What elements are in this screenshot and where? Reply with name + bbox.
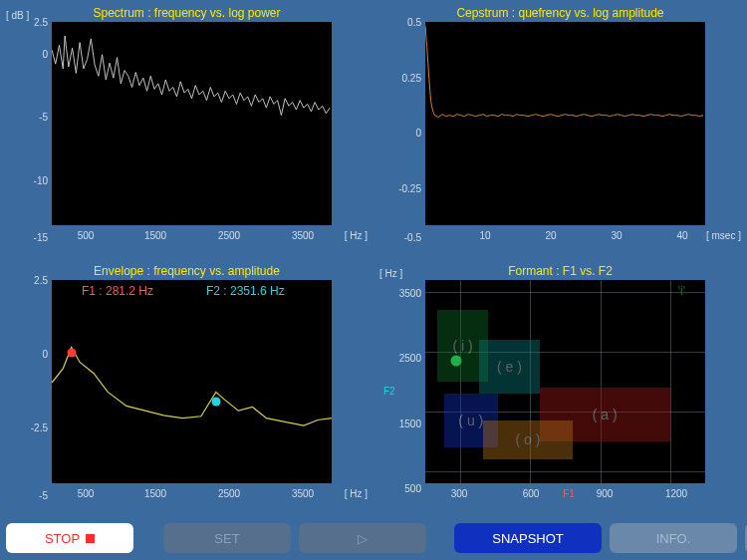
vowel-o-region: ( o ) <box>483 420 572 459</box>
ytick: 0 <box>10 48 48 59</box>
envelope-panel: Envelope : frequency vs. amplitude F1 : … <box>0 258 374 516</box>
xtick: 2500 <box>218 230 240 241</box>
ytick: 0 <box>10 348 48 359</box>
xtick: 1500 <box>144 488 166 499</box>
stop-button[interactable]: STOP <box>6 523 133 553</box>
cepstrum-title: Cepstrum : quefrency vs. log amplitude <box>379 0 741 22</box>
xtick: 500 <box>78 230 95 241</box>
xtick: 300 <box>451 488 468 499</box>
xtick: 3500 <box>292 230 314 241</box>
stop-icon <box>86 534 95 543</box>
f2-axis-label: F2 <box>383 386 395 397</box>
xtick: 500 <box>78 488 95 499</box>
xtick: 600 <box>523 488 540 499</box>
ytick: 2500 <box>383 353 421 364</box>
ytick: -0.5 <box>383 232 421 243</box>
f1-marker <box>67 349 76 358</box>
formant-ylabel: [ Hz ] <box>379 268 402 279</box>
info-button[interactable]: INFO. <box>610 523 737 553</box>
ytick: -5 <box>10 490 48 501</box>
formant-current-point <box>450 355 461 366</box>
xtick: 1200 <box>665 488 687 499</box>
spectrum-title: Spectrum : frequency vs. log power <box>6 0 368 22</box>
xtick: 900 <box>597 488 614 499</box>
ytick: -15 <box>10 232 48 243</box>
vowel-e-region: ( e ) <box>479 340 540 394</box>
ytick: -5 <box>10 112 48 123</box>
envelope-title: Envelope : frequency vs. amplitude <box>6 258 368 280</box>
envelope-plot: F1 : 281.2 Hz F2 : 2351.6 Hz [ Hz ] 2.5 … <box>6 280 368 501</box>
cepstrum-line <box>425 22 705 208</box>
play-button[interactable]: ▷ <box>299 523 426 553</box>
toolbar: STOP SET ▷ SNAPSHOT INFO. AUDIO <box>0 516 747 560</box>
xtick: 30 <box>611 230 622 241</box>
ytick: 2.5 <box>10 17 48 28</box>
cepstrum-panel: Cepstrum : quefrency vs. log amplitude [… <box>374 0 747 258</box>
spectrum-line <box>52 22 332 208</box>
cepstrum-plot: [ msec ] 0.5 0.25 0 -0.25 -0.5 10 20 30 … <box>379 22 741 243</box>
ytick: 0.5 <box>383 17 421 28</box>
ytick: 0.25 <box>383 72 421 83</box>
ytick: 2.5 <box>10 275 48 286</box>
ytick: -0.25 <box>383 182 421 193</box>
ytick: 0 <box>383 128 421 139</box>
envelope-xlabel: [ Hz ] <box>345 488 368 499</box>
ytick: 3500 <box>383 288 421 299</box>
spectrum-plot: [ dB ] [ Hz ] 2.5 0 -5 -10 -15 500 1500 … <box>6 22 368 243</box>
formant-plot: [ Hz ] ( i ) ( e ) ( u ) ( a ) ( o ) 'i'… <box>379 280 741 501</box>
ytick: -2.5 <box>10 422 48 433</box>
ytick: -10 <box>10 174 48 185</box>
xtick: 1500 <box>144 230 166 241</box>
formant-current-vowel: 'i' <box>678 284 685 298</box>
f1-axis-label: F1 <box>563 488 575 499</box>
ytick: 500 <box>383 482 421 493</box>
snapshot-button[interactable]: SNAPSHOT <box>454 523 602 553</box>
spectrum-xlabel: [ Hz ] <box>345 230 368 241</box>
xtick: 20 <box>545 230 556 241</box>
set-button[interactable]: SET <box>163 523 291 553</box>
xtick: 10 <box>479 230 490 241</box>
cepstrum-xlabel: [ msec ] <box>706 230 741 241</box>
formant-title: Formant : F1 vs. F2 <box>379 258 741 280</box>
xtick: 2500 <box>218 488 240 499</box>
spectrum-panel: Spectrum : frequency vs. log power [ dB … <box>0 0 374 258</box>
envelope-line <box>52 280 332 466</box>
xtick: 40 <box>676 230 687 241</box>
f2-marker <box>211 398 220 407</box>
xtick: 3500 <box>292 488 314 499</box>
ytick: 1500 <box>383 418 421 428</box>
formant-panel: Formant : F1 vs. F2 [ Hz ] ( i ) ( e ) (… <box>374 258 747 516</box>
